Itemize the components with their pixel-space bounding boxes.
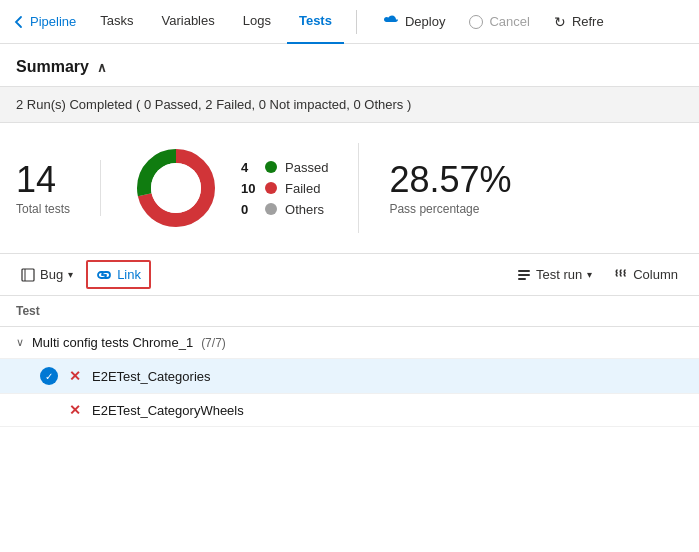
test-table: Test ∨ Multi config tests Chrome_1 (7/7)… [0, 296, 699, 427]
total-tests-number: 14 [16, 160, 56, 200]
nav-item-tests[interactable]: Tests [287, 0, 344, 44]
failed-icon: ✕ [66, 368, 84, 384]
nav-item-variables[interactable]: Variables [150, 0, 227, 44]
test-name-1: E2ETest_Categories [92, 369, 211, 384]
failed-count: 10 [241, 181, 257, 196]
group-chevron-icon[interactable]: ∨ [16, 336, 24, 349]
test-run-chevron-icon: ▾ [587, 269, 592, 280]
nav-item-logs[interactable]: Logs [231, 0, 283, 44]
svg-rect-8 [518, 274, 530, 276]
chart-area: 4 Passed 10 Failed 0 Others [131, 143, 359, 233]
column-button[interactable]: Column [605, 261, 687, 288]
cloud-icon [383, 13, 399, 30]
legend-passed: 4 Passed [241, 160, 328, 175]
svg-point-3 [151, 163, 201, 213]
summary-chevron-icon[interactable]: ∧ [97, 60, 107, 75]
bug-label: Bug [40, 267, 63, 282]
test-run-button[interactable]: Test run ▾ [508, 261, 601, 288]
summary-header: Summary ∧ [0, 44, 699, 86]
group-count: (7/7) [201, 336, 226, 350]
table-row[interactable]: ✓ ✕ E2ETest_Categories [0, 359, 699, 394]
cancel-button[interactable]: Cancel [459, 8, 539, 35]
test-group-row[interactable]: ∨ Multi config tests Chrome_1 (7/7) [0, 327, 699, 359]
refresh-button[interactable]: ↻ Refre [544, 8, 614, 36]
donut-chart [131, 143, 221, 233]
row-selected-indicator: ✓ [40, 367, 58, 385]
run-status-bar: 2 Run(s) Completed ( 0 Passed, 2 Failed,… [0, 86, 699, 123]
svg-rect-7 [518, 270, 530, 272]
column-label: Column [633, 267, 678, 282]
donut-svg [131, 143, 221, 233]
test-run-icon [517, 268, 531, 282]
svg-rect-4 [22, 269, 34, 281]
column-header-test: Test [16, 304, 40, 318]
run-status-text: 2 Run(s) Completed ( 0 Passed, 2 Failed,… [16, 97, 411, 112]
deploy-button[interactable]: Deploy [373, 7, 455, 36]
passed-dot [265, 161, 277, 173]
back-label: Pipeline [30, 14, 76, 29]
refresh-icon: ↻ [554, 14, 566, 30]
deploy-label: Deploy [405, 14, 445, 29]
cancel-label: Cancel [489, 14, 529, 29]
bug-chevron-icon: ▾ [68, 269, 73, 280]
test-run-label: Test run [536, 267, 582, 282]
pass-percentage-number: 28.57% [389, 160, 511, 200]
total-tests-block: 14 Total tests [16, 160, 101, 216]
failed-dot [265, 182, 277, 194]
others-count: 0 [241, 202, 257, 217]
pass-percentage-block: 28.57% Pass percentage [389, 160, 511, 216]
legend-failed: 10 Failed [241, 181, 328, 196]
failed-icon: ✕ [66, 402, 84, 418]
test-name-2: E2ETest_CategoryWheels [92, 403, 244, 418]
others-dot [265, 203, 277, 215]
group-name: Multi config tests Chrome_1 [32, 335, 193, 350]
top-nav: Pipeline Tasks Variables Logs Tests Depl… [0, 0, 699, 44]
legend-others: 0 Others [241, 202, 328, 217]
toolbar-right: Test run ▾ Column [508, 261, 687, 288]
cancel-icon [469, 15, 483, 29]
nav-right: Deploy Cancel ↻ Refre [373, 7, 614, 36]
chart-legend: 4 Passed 10 Failed 0 Others [241, 160, 328, 217]
table-header: Test [0, 296, 699, 327]
nav-item-tasks[interactable]: Tasks [88, 0, 145, 44]
summary-title: Summary [16, 58, 89, 76]
back-arrow-icon [12, 15, 26, 29]
nav-back-button[interactable]: Pipeline [12, 14, 76, 29]
passed-label: Passed [285, 160, 328, 175]
svg-rect-9 [518, 278, 526, 280]
stats-row: 14 Total tests 4 [0, 123, 699, 254]
others-label: Others [285, 202, 324, 217]
cloud-svg [383, 13, 399, 27]
link-label: Link [117, 267, 141, 282]
passed-count: 4 [241, 160, 257, 175]
refresh-label: Refre [572, 14, 604, 29]
column-icon [614, 268, 628, 282]
total-tests-label: Total tests [16, 202, 70, 216]
nav-divider [356, 10, 357, 34]
link-button[interactable]: Link [86, 260, 151, 289]
link-icon [96, 268, 112, 282]
failed-label: Failed [285, 181, 320, 196]
pass-percentage-label: Pass percentage [389, 202, 511, 216]
toolbar: Bug ▾ Link Test run ▾ Column [0, 254, 699, 296]
bug-button[interactable]: Bug ▾ [12, 261, 82, 288]
bug-icon [21, 268, 35, 282]
table-row[interactable]: ✕ E2ETest_CategoryWheels [0, 394, 699, 427]
